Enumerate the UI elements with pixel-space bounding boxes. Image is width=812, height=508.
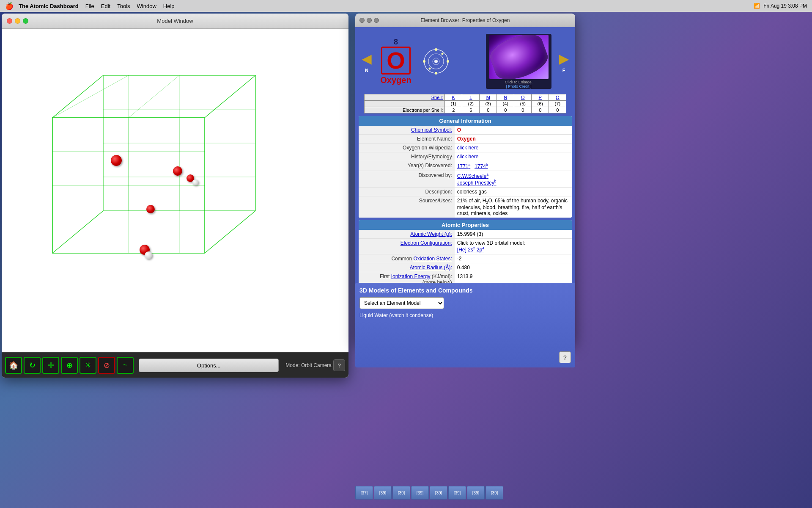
maximize-button[interactable] [23,18,28,24]
eb-maximize[interactable] [374,18,379,23]
eb-window-title: Element Browser: Properties of Oxygen [421,17,510,23]
close-button[interactable] [7,18,12,24]
liquid-water-item[interactable]: Liquid Water (watch it condense) [359,312,571,318]
element-photo[interactable]: Click to Enlarge. [ Photo Credit ] [486,34,551,89]
element-photo-image [489,35,549,79]
pt-cell-8[interactable]: [39] [486,486,503,500]
photo-credit-link[interactable]: [ Photo Credit ] [506,84,531,88]
svg-line-5 [52,211,103,253]
home-tool-btn[interactable]: 🏠 [5,357,22,374]
discovered-year-1[interactable]: 1771a [457,163,470,169]
pt-cell-7[interactable]: [39] [467,486,485,500]
wikipedia-row: Oxygen on Wikipedia: click here [359,144,572,152]
electron-config-row: Electron Configuration: Click to view 3D… [359,239,572,254]
pt-cell-3[interactable]: [39] [392,486,410,500]
zoom-tool-btn[interactable]: ⊕ [61,357,78,374]
element-symbol: O [381,47,411,75]
menu-help[interactable]: Help [163,3,175,9]
svg-line-6 [52,75,129,118]
prev-element-arrow[interactable]: ◀ [359,50,375,68]
electron-config-link[interactable]: [He] 2s2 2p4 [457,247,484,253]
description-row: Description: colorless gas [359,188,572,196]
oxidation-row: Common Oxidation States: -2 [359,254,572,263]
atomic-radius-label[interactable]: Atomic Radius (Å): [410,265,452,271]
atom-1 [111,155,122,166]
svg-line-3 [205,75,255,118]
oxidation-label[interactable]: Oxidation States: [413,256,452,262]
svg-line-4 [205,211,255,253]
wikipedia-link[interactable]: click here [457,145,479,151]
prev-element-label: N [365,68,368,73]
svg-line-7 [129,75,179,118]
rotate-tool-btn[interactable]: ↻ [24,357,41,374]
no-tool-btn[interactable]: ⊘ [98,357,115,374]
element-model-select[interactable]: Select an Element Model [359,297,444,309]
wave-tool-btn[interactable]: ~ [117,357,134,374]
menu-file[interactable]: File [85,3,94,9]
shell-m[interactable]: M [486,95,490,100]
atomic-weight-label[interactable]: Atomic Weight (u): [410,231,452,237]
move-tool-btn[interactable]: ✛ [42,357,59,374]
options-button[interactable]: Options... [139,359,279,372]
discovered-year-2[interactable]: 1774b [475,163,488,169]
svg-point-24 [435,72,437,75]
menu-window[interactable]: Window [137,3,156,9]
shell-k[interactable]: K [452,95,455,100]
element-name-display: Oxygen [380,75,411,85]
discoverer-1[interactable]: C.W.Scheelea [457,173,488,179]
shell-p[interactable]: P [539,95,542,100]
chemical-symbol-label[interactable]: Chemical Symbol: [411,127,452,133]
discoverer-2[interactable]: Joseph Priestleyb [457,180,497,186]
menu-tools[interactable]: Tools [117,3,130,9]
traffic-lights [7,18,28,24]
periodic-table-row: [37] [39] [39] [39] [39] [39] [39] [39] [355,486,503,500]
shell-l[interactable]: L [469,95,472,100]
pt-cell-4[interactable]: [39] [411,486,429,500]
electron-config-label[interactable]: Electron Configuration: [401,240,452,246]
pt-cell-1[interactable]: [37] [355,486,373,500]
star-tool-btn[interactable]: ✳ [80,357,96,374]
help-button[interactable]: ? [333,359,345,371]
orbital-diagram[interactable] [421,47,451,76]
eb-element-header: ◀ N 8 O Oxygen [359,30,572,92]
models-help-button[interactable]: ? [559,351,571,363]
svg-line-2 [52,75,103,118]
pt-cell-2[interactable]: [39] [374,486,392,500]
eb-close[interactable] [359,18,365,23]
app-title: The Atomic Dashboard [19,3,79,9]
wifi-icon[interactable]: 📶 [754,3,760,9]
ionization-label[interactable]: Ionization Energy [391,273,431,279]
cube-3d [27,50,281,295]
atom-7 [192,179,198,185]
atomic-props-table: Atomic Weight (u): 15.9994 (3) Electron … [359,230,572,287]
history-link[interactable]: click here [457,154,479,160]
discovered-row: Year(s) Discovered: 1771a 1774b [359,161,572,171]
models-section: 3D Models of Elements and Compounds Sele… [355,283,575,367]
atom-2 [173,166,182,176]
atom-5 [145,251,152,259]
general-info-table: Chemical Symbol: O Element Name: Oxygen … [359,126,572,218]
shell-link[interactable]: Shell: [431,95,443,100]
shell-o[interactable]: O [521,95,525,100]
eb-minimize[interactable] [367,18,372,23]
minimize-button[interactable] [15,18,20,24]
pt-cell-5[interactable]: [39] [430,486,447,500]
apple-menu[interactable]: 🍎 [5,2,14,10]
model-window: Model Window [2,14,348,378]
model-canvas [2,29,348,352]
atomic-number: 8 [394,38,398,47]
next-element-arrow[interactable]: ▶ [556,50,572,68]
electron-config-click-text: Click to view 3D orbital model: [457,240,569,246]
shell-q[interactable]: Q [556,95,560,100]
shell-n[interactable]: N [504,95,507,100]
oxygen-glow-effect [489,35,549,79]
atomic-weight-row: Atomic Weight (u): 15.9994 (3) [359,230,572,239]
model-window-title: Model Window [157,18,193,24]
general-info-header: General Information [359,116,572,126]
pt-cell-6[interactable]: [39] [448,486,466,500]
svg-point-23 [447,60,449,63]
menubar: 🍎 The Atomic Dashboard File Edit Tools W… [0,0,812,12]
next-element-label: F [562,68,565,73]
menu-edit[interactable]: Edit [101,3,110,9]
discovered-by-row: Discovered by: C.W.Scheelea Joseph Pries… [359,171,572,188]
